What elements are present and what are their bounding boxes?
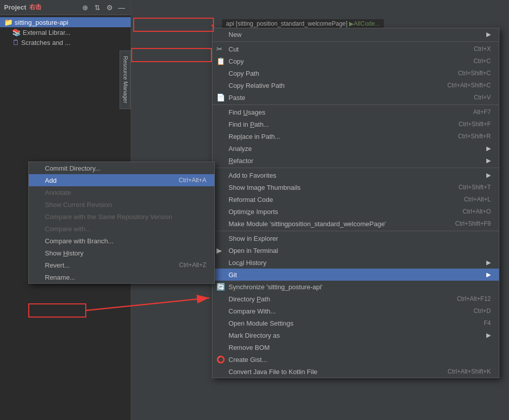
annotation-box-sitting-posture [133, 18, 214, 32]
menu-item-cut[interactable]: ✂ Cut Ctrl+X [212, 43, 499, 55]
shortcut-compare-with: Ctrl+D [454, 307, 491, 314]
sub-menu-item-compare-branch[interactable]: Compare with Branch... [29, 235, 214, 247]
shortcut-add: Ctrl+Alt+A [158, 177, 206, 184]
sub-menu-item-add[interactable]: Add Ctrl+Alt+A [29, 174, 214, 186]
globe-icon[interactable]: ⊕ [80, 3, 90, 13]
menu-item-reformat[interactable]: Reformat Code Ctrl+Alt+L [212, 193, 499, 205]
menu-item-convert-kotlin[interactable]: Convert Java File to Kotlin File Ctrl+Al… [212, 365, 499, 378]
menu-label-replace-in-path: Replace in Path... [229, 133, 280, 140]
copy-icon: 📋 [216, 57, 225, 65]
menu-item-compare-with[interactable]: Compare With... Ctrl+D [212, 305, 499, 317]
menu-label-make-module: Make Module 'sittingposition_standard_we… [229, 220, 386, 228]
folder-icon: 📁 [4, 18, 13, 26]
menu-item-find-usages[interactable]: Find Usages Alt+F7 [212, 106, 499, 118]
library-icon: 📚 [12, 28, 21, 36]
divider-3 [212, 168, 499, 168]
menu-label-remove-bom: Remove BOM [229, 344, 270, 351]
resource-manager-tab[interactable]: Resource Manager [120, 50, 131, 109]
sub-menu-item-compare-same[interactable]: Compare with the Same Repository Version [29, 211, 214, 223]
editor-tab[interactable]: api [sitting_position_standard_welcomePa… [222, 19, 384, 28]
arrow-icon-new: ▶ [486, 31, 491, 38]
tree-item-external-lib[interactable]: 📚 External Librar... [0, 27, 131, 37]
menu-item-show-thumbnails[interactable]: Show Image Thumbnails Ctrl+Shift+T [212, 181, 499, 193]
sub-menu-item-annotate[interactable]: Annotate [29, 186, 214, 198]
menu-label-git: Git [229, 271, 237, 279]
menu-label-find-usages: Find Usages [229, 109, 265, 116]
menu-item-analyze[interactable]: Analyze ▶ [212, 142, 499, 154]
menu-item-copy-path[interactable]: Copy Path Ctrl+Shift+C [212, 67, 499, 79]
terminal-icon: ▶ [216, 246, 222, 254]
shortcut-directory-path: Ctrl+Alt+F12 [437, 295, 491, 302]
menu-item-find-in-path[interactable]: Find in Path... Ctrl+Shift+F [212, 118, 499, 130]
menu-label-open-terminal: Open in Terminal [229, 247, 278, 254]
menu-item-open-terminal[interactable]: ▶ Open in Terminal [212, 244, 499, 256]
sub-menu-item-rename[interactable]: Rename... [29, 271, 214, 283]
right-click-label: 右击 [29, 3, 41, 12]
menu-item-copy-rel-path[interactable]: Copy Relative Path Ctrl+Alt+Shift+C [212, 79, 499, 91]
tree-item-project[interactable]: 📁 sitting_posture-api [0, 17, 131, 27]
menu-label-paste: Paste [229, 94, 245, 101]
menu-item-module-settings[interactable]: Open Module Settings F4 [212, 317, 499, 329]
shortcut-copy-path: Ctrl+Shift+C [438, 70, 491, 77]
menu-item-directory-path[interactable]: Directory Path Ctrl+Alt+F12 [212, 293, 499, 305]
sub-menu-label-show-revision: Show Current Revision [45, 201, 112, 208]
menu-item-mark-directory[interactable]: Mark Directory as ▶ [212, 329, 499, 341]
sub-menu-label-annotate: Annotate [45, 189, 71, 196]
sub-menu-label-revert: Revert... [45, 261, 70, 269]
menu-label-synchronize: Synchronize 'sitting_posture-api' [229, 283, 322, 291]
menu-item-optimize-imports[interactable]: Optimize Imports Ctrl+Alt+O [212, 205, 499, 218]
sub-menu-item-show-revision[interactable]: Show Current Revision [29, 198, 214, 211]
menu-item-git[interactable]: Git ▶ [212, 269, 499, 281]
divider-4 [212, 231, 499, 231]
menu-label-copy-rel-path: Copy Relative Path [229, 82, 285, 89]
menu-item-new[interactable]: New ▶ [212, 28, 499, 40]
main-context-menu: New ▶ ✂ Cut Ctrl+X 📋 Copy Ctrl+C Copy Pa… [212, 28, 499, 378]
scratch-icon: 🗒 [12, 38, 19, 46]
tree-item-label: External Librar... [23, 29, 71, 36]
menu-item-show-explorer[interactable]: Show in Explorer [212, 232, 499, 244]
menu-label-cut: Cut [229, 45, 239, 53]
menu-label-refactor: Refactor [229, 157, 253, 165]
sort-icon[interactable]: ⇅ [92, 3, 102, 13]
menu-label-compare-with: Compare With... [229, 307, 276, 315]
menu-label-module-settings: Open Module Settings [229, 320, 294, 327]
menu-item-remove-bom[interactable]: Remove BOM [212, 341, 499, 353]
menu-label-reformat: Reformat Code [229, 196, 273, 203]
sub-menu-item-revert[interactable]: Revert... Ctrl+Alt+Z [29, 259, 214, 271]
arrow-icon-favorites: ▶ [486, 172, 491, 179]
menu-item-make-module[interactable]: Make Module 'sittingposition_standard_we… [212, 218, 499, 230]
shortcut-copy-rel-path: Ctrl+Alt+Shift+C [427, 82, 491, 89]
sub-menu-item-commit-dir[interactable]: Commit Directory... [29, 162, 214, 174]
sub-menu-label-add: Add [45, 177, 56, 184]
menu-label-convert-kotlin: Convert Java File to Kotlin File [229, 368, 317, 376]
menu-item-add-favorites[interactable]: Add to Favorites ▶ [212, 169, 499, 181]
shortcut-copy: Ctrl+C [454, 58, 491, 65]
toolbar-icons: ⊕ ⇅ ⚙ — [80, 3, 127, 13]
menu-item-local-history[interactable]: Local History ▶ [212, 256, 499, 269]
cut-icon: ✂ [216, 45, 222, 53]
project-toolbar: Project 右击 ⊕ ⇅ ⚙ — [0, 0, 131, 15]
menu-item-create-gist[interactable]: ⭕ Create Gist... [212, 353, 499, 365]
close-icon[interactable]: — [117, 3, 127, 13]
sub-menu-item-show-history[interactable]: Show History [29, 247, 214, 259]
arrow-icon-local-history: ▶ [486, 259, 491, 266]
menu-item-refactor[interactable]: Refactor ▶ [212, 154, 499, 167]
arrow-icon-analyze: ▶ [486, 145, 491, 152]
menu-label-create-gist: Create Gist... [229, 356, 267, 363]
git-submenu: Commit Directory... Add Ctrl+Alt+A Annot… [28, 162, 215, 284]
menu-item-synchronize[interactable]: 🔄 Synchronize 'sitting_posture-api' [212, 281, 499, 293]
gear-icon[interactable]: ⚙ [104, 3, 115, 13]
shortcut-optimize-imports: Ctrl+Alt+O [442, 208, 491, 215]
menu-item-paste[interactable]: 📄 Paste Ctrl+V [212, 91, 499, 103]
shortcut-cut: Ctrl+X [454, 45, 491, 52]
shortcut-find-in-path: Ctrl+Shift+F [438, 121, 491, 128]
menu-item-replace-in-path[interactable]: Replace in Path... Ctrl+Shift+R [212, 130, 499, 142]
paste-icon: 📄 [216, 93, 225, 101]
tree-item-scratches[interactable]: 🗒 Scratches and ... [0, 37, 131, 47]
sub-menu-item-compare[interactable]: Compare with... [29, 223, 214, 235]
menu-item-copy[interactable]: 📋 Copy Ctrl+C [212, 55, 499, 67]
menu-label-show-thumbnails: Show Image Thumbnails [229, 184, 301, 191]
menu-label-find-in-path: Find in Path... [229, 121, 269, 128]
gist-icon: ⭕ [216, 355, 225, 363]
project-tree: 📁 sitting_posture-api 📚 External Librar.… [0, 15, 131, 49]
